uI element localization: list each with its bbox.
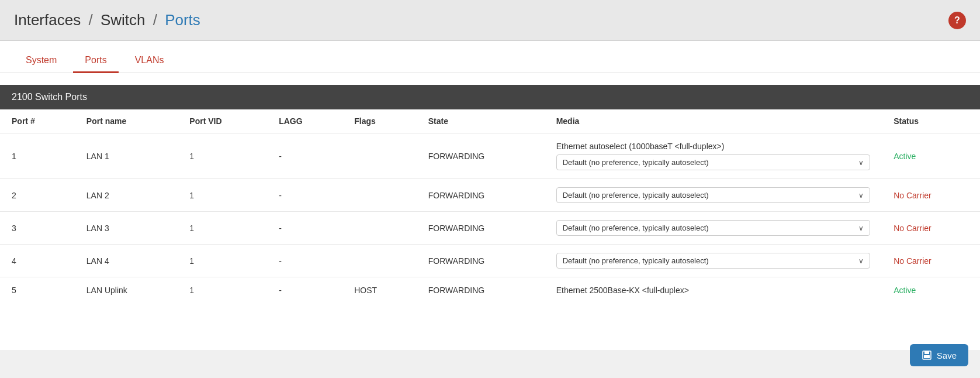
col-port-vid: Port VID [178,109,267,133]
col-status: Status [882,109,980,133]
breadcrumb-ports: Ports [165,11,200,29]
media-select-dropdown[interactable]: Default (no preference, typically autose… [556,154,871,170]
table-row: 3LAN 31-FORWARDINGDefault (no preference… [0,212,980,245]
table-row: 4LAN 41-FORWARDINGDefault (no preference… [0,245,980,277]
cell-status: No Carrier [882,245,980,277]
media-select-value: Default (no preference, typically autose… [563,256,709,265]
cell-lagg: - [267,212,342,245]
cell-port-num: 5 [0,277,75,304]
breadcrumb: Interfaces / Switch / Ports [14,11,200,29]
cell-port-vid: 1 [178,277,267,304]
cell-state: FORWARDING [417,179,545,212]
cell-state: FORWARDING [417,277,545,304]
table-row: 1LAN 11-FORWARDINGEthernet autoselect (1… [0,133,980,179]
tabs-bar: System Ports VLANs [0,41,980,73]
cell-port-vid: 1 [178,212,267,245]
media-select-dropdown[interactable]: Default (no preference, typically autose… [556,220,871,236]
cell-state: FORWARDING [417,212,545,245]
chevron-down-icon: ∨ [858,224,864,232]
cell-lagg: - [267,179,342,212]
cell-media: Ethernet 2500Base-KX <full-duplex> [545,277,882,304]
table-header-row: Port # Port name Port VID LAGG Flags Sta… [0,109,980,133]
cell-media[interactable]: Ethernet autoselect (1000baseT <full-dup… [545,133,882,179]
status-badge: No Carrier [894,224,931,233]
cell-status: Active [882,133,980,179]
cell-flags [342,133,417,179]
col-flags: Flags [342,109,417,133]
media-select-value: Default (no preference, typically autose… [563,158,709,167]
breadcrumb-sep1: / [88,11,92,29]
cell-port-vid: 1 [178,245,267,277]
cell-port-name: LAN Uplink [75,277,178,304]
cell-port-num: 4 [0,245,75,277]
cell-media[interactable]: Default (no preference, typically autose… [545,179,882,212]
col-lagg: LAGG [267,109,342,133]
table-row: 2LAN 21-FORWARDINGDefault (no preference… [0,179,980,212]
col-port-name: Port name [75,109,178,133]
cell-port-name: LAN 1 [75,133,178,179]
cell-port-vid: 1 [178,179,267,212]
media-select-dropdown[interactable]: Default (no preference, typically autose… [556,253,871,269]
tab-ports[interactable]: Ports [73,47,118,73]
cell-port-name: LAN 2 [75,179,178,212]
media-text: Ethernet 2500Base-KX <full-duplex> [556,286,871,295]
section-title: 2100 Switch Ports [0,85,980,109]
cell-port-num: 3 [0,212,75,245]
media-select-dropdown[interactable]: Default (no preference, typically autose… [556,187,871,203]
tab-vlans[interactable]: VLANs [123,47,176,73]
col-port-num: Port # [0,109,75,133]
page-header: Interfaces / Switch / Ports ? [0,0,980,41]
breadcrumb-interfaces: Interfaces [14,11,81,29]
cell-flags [342,179,417,212]
save-button[interactable]: Save [910,344,968,350]
cell-status: No Carrier [882,212,980,245]
cell-state: FORWARDING [417,133,545,179]
main-content: 2100 Switch Ports Port # Port name Port … [0,73,980,350]
cell-flags: HOST [342,277,417,304]
status-badge: Active [894,286,916,295]
cell-flags [342,212,417,245]
col-media: Media [545,109,882,133]
chevron-down-icon: ∨ [858,191,864,200]
cell-state: FORWARDING [417,245,545,277]
breadcrumb-sep2: / [153,11,157,29]
media-select-value: Default (no preference, typically autose… [563,224,709,232]
cell-media[interactable]: Default (no preference, typically autose… [545,245,882,277]
cell-port-name: LAN 4 [75,245,178,277]
status-badge: Active [894,152,916,161]
status-badge: No Carrier [894,256,931,266]
ports-table: Port # Port name Port VID LAGG Flags Sta… [0,109,980,303]
footer: Save [910,344,968,350]
chevron-down-icon: ∨ [858,257,864,265]
cell-lagg: - [267,245,342,277]
cell-flags [342,245,417,277]
chevron-down-icon: ∨ [858,159,864,167]
cell-lagg: - [267,277,342,304]
cell-port-vid: 1 [178,133,267,179]
status-badge: No Carrier [894,191,931,200]
cell-status: No Carrier [882,179,980,212]
cell-media[interactable]: Default (no preference, typically autose… [545,212,882,245]
breadcrumb-switch: Switch [101,11,146,29]
cell-port-num: 2 [0,179,75,212]
media-text: Ethernet autoselect (1000baseT <full-dup… [556,142,871,151]
tab-system[interactable]: System [14,47,68,73]
cell-port-name: LAN 3 [75,212,178,245]
media-select-value: Default (no preference, typically autose… [563,191,709,200]
help-icon[interactable]: ? [948,12,966,29]
cell-lagg: - [267,133,342,179]
col-state: State [417,109,545,133]
table-row: 5LAN Uplink1-HOSTFORWARDINGEthernet 2500… [0,277,980,304]
cell-port-num: 1 [0,133,75,179]
cell-status: Active [882,277,980,304]
